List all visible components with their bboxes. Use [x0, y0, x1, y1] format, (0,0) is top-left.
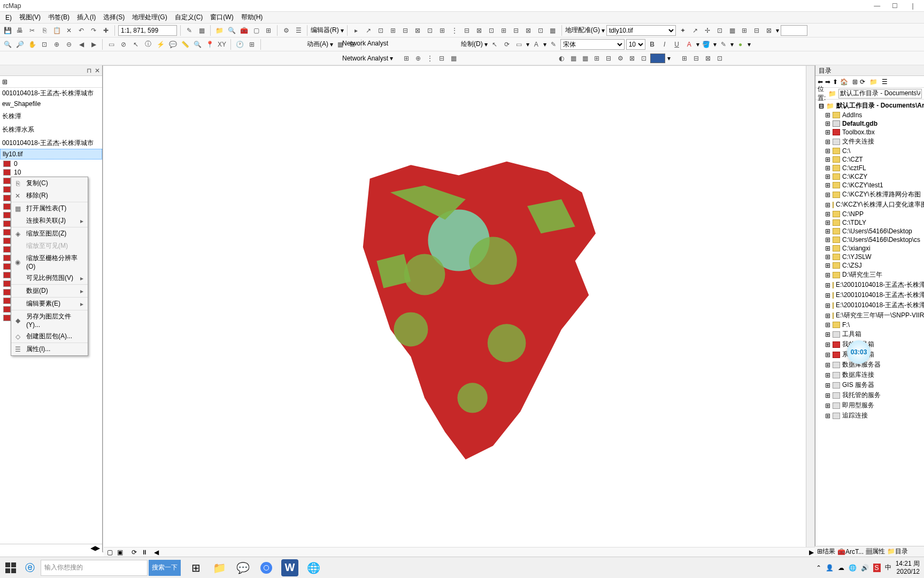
catalog-item[interactable]: ⊞E:\20010104018-王孟杰-长株潭城市群扩 — [815, 290, 924, 300]
back-icon[interactable]: ◀ — [76, 39, 87, 50]
edge-icon[interactable]: ⓔ — [21, 561, 38, 574]
print-icon[interactable]: 🖶 — [14, 25, 25, 36]
menu-help[interactable]: 帮助(H) — [238, 12, 266, 23]
spatial-tool-icon[interactable]: ⊠ — [627, 53, 637, 64]
menu-geoprocessing[interactable]: 地理处理(G) — [129, 12, 170, 23]
editor-toolbar-icon[interactable]: ✎ — [184, 25, 195, 36]
expand-icon[interactable]: ⊞ — [825, 361, 830, 369]
georef-tool-icon[interactable]: ✦ — [677, 25, 688, 36]
layout-tool-icon[interactable]: ⊡ — [714, 53, 725, 64]
catalog-item[interactable]: ⊞C:\Users\54166\Desktop\cs — [815, 235, 924, 244]
edit-tool-icon[interactable]: ⊠ — [412, 25, 423, 36]
edit-tool-icon[interactable]: ⊡ — [375, 25, 386, 36]
edit-tool-icon[interactable]: ⊡ — [535, 25, 546, 36]
layout-tool-icon[interactable]: ⊟ — [691, 53, 702, 64]
catalog-item[interactable]: ⊞工具箱 — [815, 329, 924, 339]
expand-icon[interactable]: ⊞ — [825, 341, 830, 348]
wechat-icon[interactable]: 💬 — [234, 559, 251, 576]
catalog-item[interactable]: ⊞追踪连接 — [815, 410, 924, 421]
pointer-icon[interactable]: ▸ — [351, 25, 361, 36]
context-menu-item[interactable]: ✕移除(R) — [11, 189, 88, 202]
spatial-tool-icon[interactable]: ⊟ — [603, 53, 614, 64]
na-tool-icon[interactable]: ⊕ — [413, 53, 424, 64]
tray-up-icon[interactable]: ⌃ — [816, 564, 821, 572]
up-icon[interactable]: ⬆ — [833, 78, 838, 86]
edit-tool-icon[interactable]: ⊞ — [388, 25, 398, 36]
georef-tool-icon[interactable]: ⊠ — [764, 25, 774, 36]
tray-people-icon[interactable]: 👤 — [826, 564, 834, 572]
fixed-zoom-in-icon[interactable]: ⊕ — [51, 39, 62, 50]
forward-icon[interactable]: ▶ — [88, 39, 99, 50]
catalog-item[interactable]: ⊞F:\ — [815, 321, 924, 329]
draw-dropdown[interactable]: 绘制(D) — [461, 40, 483, 49]
edit-tool-icon[interactable]: ⊡ — [486, 25, 497, 36]
search-button[interactable]: 搜索一下 — [149, 560, 181, 576]
expand-icon[interactable]: ⊞ — [825, 201, 830, 209]
tray-volume-icon[interactable]: 🔊 — [861, 564, 869, 572]
start-button[interactable] — [0, 557, 21, 579]
underline-icon[interactable]: U — [672, 39, 682, 50]
catalog-item[interactable]: ⊞Toolbox.tbx — [815, 128, 924, 136]
chevron-down-icon[interactable]: ▾ — [602, 27, 605, 34]
expand-icon[interactable]: ⊞ — [825, 402, 830, 409]
na-tool-icon[interactable]: ▦ — [448, 53, 459, 64]
expand-icon[interactable]: ⊞ — [825, 111, 830, 119]
tab-results[interactable]: ⊞结果 — [817, 547, 835, 556]
delete-icon[interactable]: ✕ — [64, 25, 74, 36]
context-menu-item[interactable]: ◇创建图层包(A)... — [11, 330, 88, 343]
menu-customize[interactable]: 自定义(C) — [172, 12, 206, 23]
search-icon[interactable]: 🔍 — [226, 25, 237, 36]
chevron-down-icon[interactable]: ▾ — [713, 41, 717, 48]
viewer-icon[interactable]: ⊞ — [247, 39, 257, 50]
editor-dropdown[interactable]: 编辑器(R) — [311, 26, 339, 35]
pan-icon[interactable]: ✋ — [27, 39, 37, 50]
menu-selection[interactable]: 选择(S) — [100, 12, 128, 23]
html-popup-icon[interactable]: 💬 — [167, 39, 178, 50]
expand-icon[interactable]: ⊞ — [825, 181, 830, 189]
menu-bookmarks[interactable]: 书签(B) — [45, 12, 73, 23]
context-menu-item[interactable]: 数据(D)▸ — [11, 285, 88, 298]
tool-icon[interactable]: ⚙ — [281, 25, 291, 36]
layout-view-icon[interactable]: ▣ — [117, 549, 123, 556]
georef-tool-icon[interactable]: ▦ — [727, 25, 737, 36]
spatial-tool-icon[interactable]: ⊞ — [591, 53, 602, 64]
python-icon[interactable]: ▢ — [251, 25, 261, 36]
zoom-out-icon[interactable]: 🔎 — [14, 39, 25, 50]
tool-icon[interactable]: ☰ — [293, 25, 304, 36]
clear-selection-icon[interactable]: ⊘ — [118, 39, 129, 50]
georef-tool-icon[interactable]: ⊟ — [751, 25, 762, 36]
marker-color-icon[interactable]: ● — [735, 39, 746, 50]
catalog-item[interactable]: ⊞C:\KCZY\长株潭路网分布图 — [815, 189, 924, 200]
context-menu-item[interactable]: 编辑要素(E)▸ — [11, 298, 88, 310]
map-canvas[interactable] — [103, 66, 814, 552]
scroll-left-icon[interactable]: ◀ — [90, 544, 95, 552]
catalog-item[interactable]: ⊞D:\研究生三年 — [815, 270, 924, 280]
add-data-icon[interactable]: ✚ — [101, 25, 111, 36]
toc-layer[interactable]: ew_Shapefile — [0, 99, 102, 109]
catalog-tree[interactable]: ⊟ 📁 默认工作目录 - Documents\ArcGIS ⊞AddIns⊞De… — [815, 100, 924, 552]
context-menu-item[interactable]: ◆另存为图层文件(Y)... — [11, 310, 88, 330]
catalog-item[interactable]: ⊞C:\Users\54166\Desktop — [815, 227, 924, 235]
georef-input[interactable] — [781, 25, 807, 36]
toc-scrollbar-h[interactable]: ◀ ▶ — [0, 544, 102, 552]
expand-icon[interactable]: ⊞ — [825, 253, 830, 261]
georef-tool-icon[interactable]: ⊞ — [739, 25, 750, 36]
legend-value[interactable]: 0 — [0, 159, 102, 168]
catalog-item[interactable]: ⊞数据库服务器 — [815, 360, 924, 370]
chevron-down-icon[interactable]: ▾ — [667, 55, 671, 62]
catalog-item[interactable]: ⊞C:\cztFL — [815, 164, 924, 172]
find-route-icon[interactable]: 📍 — [204, 39, 215, 50]
word-icon[interactable]: W — [281, 559, 298, 576]
expand-icon[interactable]: ⊞ — [825, 321, 830, 329]
catalog-item[interactable]: ⊞Default.gdb — [815, 119, 924, 128]
refresh-icon[interactable]: ⟳ — [132, 549, 137, 556]
modelbuilder-icon[interactable]: ⊞ — [263, 25, 274, 36]
toc-layer[interactable]: 0010104018-王孟杰-长株潭城市 — [0, 138, 102, 149]
context-menu-item[interactable]: ▦打开属性表(T) — [11, 202, 88, 215]
edit-vertices-icon[interactable]: ✎ — [548, 39, 559, 50]
font-select[interactable]: 宋体 — [560, 39, 625, 50]
catalog-icon[interactable]: 📁 — [214, 25, 225, 36]
zoom-in-icon[interactable]: 🔍 — [2, 39, 13, 50]
na-tool-icon[interactable]: ⊞ — [401, 53, 412, 64]
catalog-item[interactable]: ⊞E:\研究生三年\研一\SNPP-VIIRS夜间灯光 — [815, 310, 924, 321]
